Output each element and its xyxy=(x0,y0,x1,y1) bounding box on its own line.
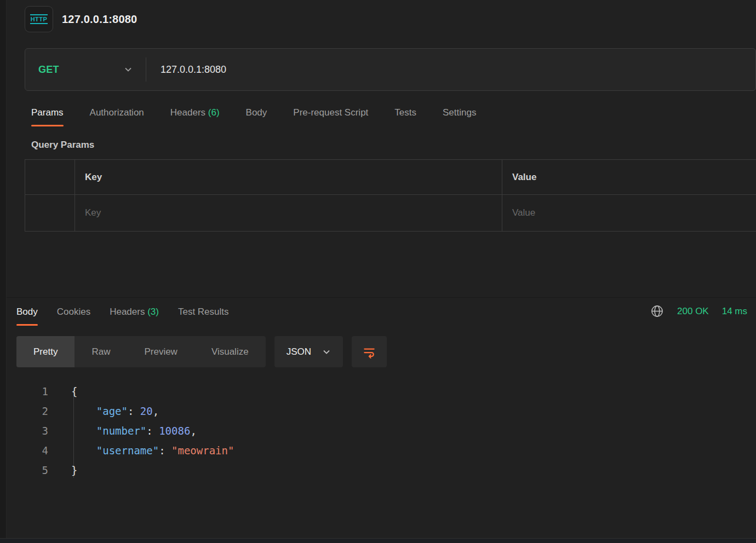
row-select-cell xyxy=(25,195,75,231)
view-mode-pretty[interactable]: Pretty xyxy=(16,336,75,367)
tab-tests[interactable]: Tests xyxy=(394,107,416,126)
view-mode-raw[interactable]: Raw xyxy=(75,336,127,367)
tab-authorization[interactable]: Authorization xyxy=(90,107,144,126)
body-view-mode-switch: PrettyRawPreviewVisualize xyxy=(16,336,266,367)
tab-params[interactable]: Params xyxy=(31,107,64,126)
response-body-code[interactable]: 1{2 "age": 20,3 "number": 10086,4 "usern… xyxy=(16,382,756,480)
wrap-text-button[interactable] xyxy=(352,336,387,367)
response-tab-body[interactable]: Body xyxy=(16,307,38,326)
query-params-row xyxy=(25,195,756,231)
tab-headers[interactable]: Headers (6) xyxy=(170,107,220,126)
view-mode-preview[interactable]: Preview xyxy=(127,336,194,367)
tab-label: Body xyxy=(246,107,267,118)
code-line-content: "number": 10086, xyxy=(71,421,197,441)
request-tabs: ParamsAuthorizationHeaders (6)BodyPre-re… xyxy=(31,107,756,126)
response-meta: 200 OK 14 ms xyxy=(650,304,747,326)
code-line: 1{ xyxy=(16,382,756,401)
response-tab-test-results[interactable]: Test Results xyxy=(178,307,229,326)
bottom-edge-strip xyxy=(0,538,756,543)
code-line-content: { xyxy=(71,382,77,401)
tab-label: Headers xyxy=(170,107,205,118)
globe-icon xyxy=(650,304,664,318)
tab-label: Settings xyxy=(443,107,476,118)
pane-splitter[interactable] xyxy=(7,295,756,298)
tab-label: Cookies xyxy=(57,307,90,317)
tab-settings[interactable]: Settings xyxy=(443,107,476,126)
tab-label: Headers xyxy=(110,307,145,317)
response-header: BodyCookiesHeaders (3)Test Results 200 O… xyxy=(7,304,756,326)
wrap-text-icon xyxy=(362,345,376,359)
code-line-content: "age": 20, xyxy=(71,401,159,421)
param-key-cell xyxy=(75,195,502,231)
code-line-content: "username": "meowrain" xyxy=(71,441,234,460)
line-number: 4 xyxy=(16,441,48,460)
tab-label: Pre-request Script xyxy=(293,107,368,118)
code-line: 3 "number": 10086, xyxy=(16,421,756,441)
response-time: 14 ms xyxy=(722,306,747,317)
app-window: HTTP 127.0.0.1:8080 GET ParamsAuthorizat… xyxy=(0,0,756,543)
view-mode-visualize[interactable]: Visualize xyxy=(194,336,266,367)
tab-pre-request-script[interactable]: Pre-request Script xyxy=(293,107,368,126)
code-line: 5} xyxy=(16,460,756,480)
line-number: 1 xyxy=(16,382,48,401)
method-selector[interactable]: GET xyxy=(25,64,146,76)
left-edge-strip xyxy=(0,0,7,543)
query-params-table: Key Value xyxy=(25,159,756,232)
request-header: HTTP 127.0.0.1:8080 xyxy=(7,0,756,34)
line-number: 3 xyxy=(16,421,48,441)
chevron-down-icon xyxy=(322,348,331,356)
tab-label: Tests xyxy=(394,107,416,118)
request-title: 127.0.0.1:8080 xyxy=(62,13,137,26)
code-line: 4 "username": "meowrain" xyxy=(16,441,756,460)
query-params-header-row: Key Value xyxy=(25,160,756,195)
param-value-cell xyxy=(502,195,756,231)
line-number: 2 xyxy=(16,401,48,421)
query-params-title: Query Params xyxy=(31,140,756,151)
tab-count: (3) xyxy=(145,307,159,317)
response-tab-headers[interactable]: Headers (3) xyxy=(110,307,159,326)
http-request-icon: HTTP xyxy=(25,6,53,32)
column-header-value: Value xyxy=(502,160,756,194)
response-tabs: BodyCookiesHeaders (3)Test Results xyxy=(16,307,229,326)
code-line-content: } xyxy=(71,460,77,480)
tab-count: (6) xyxy=(205,107,220,118)
tab-label: Authorization xyxy=(90,107,144,118)
http-badge-label: HTTP xyxy=(30,14,48,24)
param-key-input[interactable] xyxy=(85,207,502,218)
response-tab-cookies[interactable]: Cookies xyxy=(57,307,90,326)
response-status: 200 OK xyxy=(677,306,709,317)
tab-label: Params xyxy=(31,107,64,118)
format-selector[interactable]: JSON xyxy=(274,336,343,367)
param-value-input[interactable] xyxy=(512,207,756,218)
line-number: 5 xyxy=(16,460,48,480)
url-bar: GET xyxy=(25,48,756,91)
tab-body[interactable]: Body xyxy=(246,107,267,126)
response-toolbar: PrettyRawPreviewVisualize JSON xyxy=(16,336,756,367)
request-response-pane: HTTP 127.0.0.1:8080 GET ParamsAuthorizat… xyxy=(7,0,756,538)
tab-label: Test Results xyxy=(178,307,229,317)
tab-label: Body xyxy=(16,307,38,317)
url-input[interactable] xyxy=(146,64,755,76)
method-selector-label: GET xyxy=(38,64,59,76)
code-line: 2 "age": 20, xyxy=(16,401,756,421)
select-column-header xyxy=(25,160,75,194)
chevron-down-icon xyxy=(124,65,133,74)
network-info-button[interactable] xyxy=(650,304,664,318)
format-selector-label: JSON xyxy=(287,346,311,357)
column-header-key: Key xyxy=(75,160,502,194)
